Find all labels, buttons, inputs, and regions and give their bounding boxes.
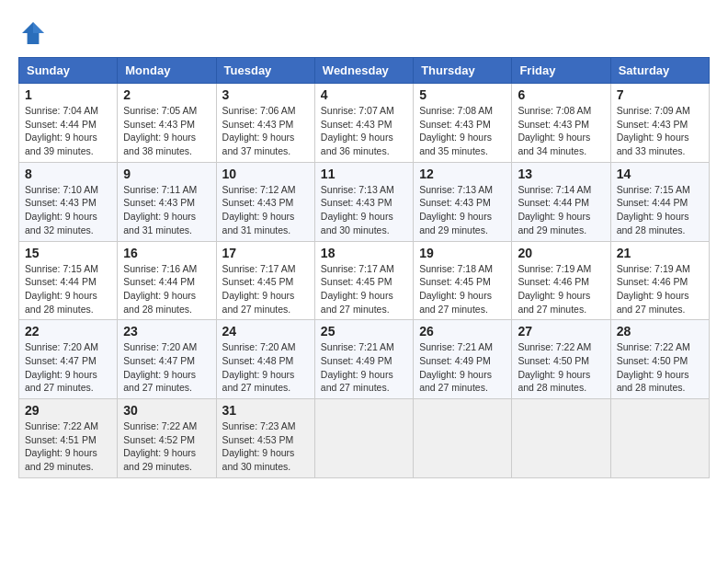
calendar-day-cell (414, 399, 512, 478)
day-number: 2 (123, 87, 210, 102)
day-number: 30 (123, 403, 210, 418)
day-info: Sunrise: 7:19 AM Sunset: 4:46 PM Dayligh… (617, 262, 703, 316)
calendar-day-cell: 20Sunrise: 7:19 AM Sunset: 4:46 PM Dayli… (512, 241, 610, 320)
day-info: Sunrise: 7:04 AM Sunset: 4:44 PM Dayligh… (25, 104, 111, 158)
day-info: Sunrise: 7:14 AM Sunset: 4:44 PM Dayligh… (518, 183, 604, 237)
day-info: Sunrise: 7:22 AM Sunset: 4:52 PM Dayligh… (123, 419, 210, 474)
calendar-day-cell: 25Sunrise: 7:21 AM Sunset: 4:49 PM Dayli… (314, 320, 413, 399)
day-info: Sunrise: 7:21 AM Sunset: 4:49 PM Dayligh… (321, 340, 407, 395)
day-of-week-header: Monday (118, 58, 216, 84)
calendar-day-cell: 5Sunrise: 7:08 AM Sunset: 4:43 PM Daylig… (414, 84, 512, 163)
day-number: 25 (321, 324, 407, 339)
day-info: Sunrise: 7:15 AM Sunset: 4:44 PM Dayligh… (25, 262, 111, 316)
calendar-day-cell: 6Sunrise: 7:08 AM Sunset: 4:43 PM Daylig… (512, 84, 610, 163)
day-info: Sunrise: 7:16 AM Sunset: 4:44 PM Dayligh… (123, 262, 210, 316)
day-number: 20 (518, 246, 604, 260)
day-number: 15 (25, 246, 111, 260)
calendar-day-cell: 17Sunrise: 7:17 AM Sunset: 4:45 PM Dayli… (216, 241, 314, 320)
day-of-week-header: Thursday (414, 58, 512, 84)
page-header (18, 18, 710, 48)
day-number: 11 (321, 167, 407, 181)
calendar-day-cell: 29Sunrise: 7:22 AM Sunset: 4:51 PM Dayli… (19, 399, 118, 478)
day-number: 9 (123, 167, 210, 181)
day-info: Sunrise: 7:22 AM Sunset: 4:51 PM Dayligh… (25, 419, 111, 474)
calendar-day-cell (512, 399, 610, 478)
day-info: Sunrise: 7:06 AM Sunset: 4:43 PM Dayligh… (222, 104, 309, 158)
calendar-day-cell: 7Sunrise: 7:09 AM Sunset: 4:43 PM Daylig… (610, 84, 709, 163)
calendar-day-cell: 8Sunrise: 7:10 AM Sunset: 4:43 PM Daylig… (19, 162, 118, 241)
day-number: 27 (518, 324, 604, 339)
day-number: 21 (617, 246, 703, 260)
calendar-week-row: 22Sunrise: 7:20 AM Sunset: 4:47 PM Dayli… (19, 320, 710, 399)
day-info: Sunrise: 7:13 AM Sunset: 4:43 PM Dayligh… (419, 183, 506, 237)
day-number: 3 (222, 87, 309, 102)
day-info: Sunrise: 7:17 AM Sunset: 4:45 PM Dayligh… (321, 262, 407, 316)
calendar-day-cell: 18Sunrise: 7:17 AM Sunset: 4:45 PM Dayli… (314, 241, 413, 320)
calendar-day-cell: 9Sunrise: 7:11 AM Sunset: 4:43 PM Daylig… (118, 162, 216, 241)
day-of-week-header: Sunday (19, 58, 118, 84)
day-number: 12 (419, 167, 506, 181)
day-info: Sunrise: 7:19 AM Sunset: 4:46 PM Dayligh… (518, 262, 604, 316)
day-info: Sunrise: 7:08 AM Sunset: 4:43 PM Dayligh… (419, 104, 506, 158)
day-number: 31 (222, 403, 309, 418)
day-number: 5 (419, 87, 506, 102)
day-info: Sunrise: 7:10 AM Sunset: 4:43 PM Dayligh… (25, 183, 111, 237)
day-info: Sunrise: 7:18 AM Sunset: 4:45 PM Dayligh… (419, 262, 506, 316)
calendar-week-row: 29Sunrise: 7:22 AM Sunset: 4:51 PM Dayli… (19, 399, 710, 478)
day-number: 16 (123, 246, 210, 260)
calendar-day-cell: 19Sunrise: 7:18 AM Sunset: 4:45 PM Dayli… (414, 241, 512, 320)
day-of-week-header: Saturday (610, 58, 709, 84)
day-number: 24 (222, 324, 309, 339)
calendar-day-cell (610, 399, 709, 478)
day-number: 7 (617, 87, 703, 102)
day-number: 18 (321, 246, 407, 260)
day-number: 6 (518, 87, 604, 102)
day-info: Sunrise: 7:20 AM Sunset: 4:47 PM Dayligh… (25, 340, 111, 395)
day-number: 14 (617, 167, 703, 181)
day-number: 26 (419, 324, 506, 339)
day-info: Sunrise: 7:11 AM Sunset: 4:43 PM Dayligh… (123, 183, 210, 237)
day-number: 23 (123, 324, 210, 339)
day-info: Sunrise: 7:08 AM Sunset: 4:43 PM Dayligh… (518, 104, 604, 158)
day-of-week-header: Tuesday (216, 58, 314, 84)
calendar-week-row: 1Sunrise: 7:04 AM Sunset: 4:44 PM Daylig… (19, 84, 710, 163)
day-info: Sunrise: 7:17 AM Sunset: 4:45 PM Dayligh… (222, 262, 309, 316)
calendar-day-cell: 12Sunrise: 7:13 AM Sunset: 4:43 PM Dayli… (414, 162, 512, 241)
day-number: 10 (222, 167, 309, 181)
calendar-day-cell: 3Sunrise: 7:06 AM Sunset: 4:43 PM Daylig… (216, 84, 314, 163)
calendar-day-cell: 28Sunrise: 7:22 AM Sunset: 4:50 PM Dayli… (610, 320, 709, 399)
day-number: 13 (518, 167, 604, 181)
calendar-day-cell: 27Sunrise: 7:22 AM Sunset: 4:50 PM Dayli… (512, 320, 610, 399)
calendar-day-cell: 22Sunrise: 7:20 AM Sunset: 4:47 PM Dayli… (19, 320, 118, 399)
day-number: 4 (321, 87, 407, 102)
calendar-day-cell: 2Sunrise: 7:05 AM Sunset: 4:43 PM Daylig… (118, 84, 216, 163)
calendar-day-cell: 24Sunrise: 7:20 AM Sunset: 4:48 PM Dayli… (216, 320, 314, 399)
day-info: Sunrise: 7:13 AM Sunset: 4:43 PM Dayligh… (321, 183, 407, 237)
svg-marker-1 (33, 22, 44, 33)
calendar-day-cell: 13Sunrise: 7:14 AM Sunset: 4:44 PM Dayli… (512, 162, 610, 241)
calendar-day-cell: 23Sunrise: 7:20 AM Sunset: 4:47 PM Dayli… (118, 320, 216, 399)
calendar-table: SundayMondayTuesdayWednesdayThursdayFrid… (18, 57, 710, 478)
day-number: 8 (25, 167, 111, 181)
calendar-day-cell: 21Sunrise: 7:19 AM Sunset: 4:46 PM Dayli… (610, 241, 709, 320)
day-info: Sunrise: 7:23 AM Sunset: 4:53 PM Dayligh… (222, 419, 309, 474)
calendar-day-cell: 10Sunrise: 7:12 AM Sunset: 4:43 PM Dayli… (216, 162, 314, 241)
calendar-day-cell: 1Sunrise: 7:04 AM Sunset: 4:44 PM Daylig… (19, 84, 118, 163)
day-info: Sunrise: 7:22 AM Sunset: 4:50 PM Dayligh… (518, 340, 604, 395)
calendar-day-cell: 26Sunrise: 7:21 AM Sunset: 4:49 PM Dayli… (414, 320, 512, 399)
logo-icon (18, 18, 48, 48)
day-of-week-header: Friday (512, 58, 610, 84)
day-info: Sunrise: 7:15 AM Sunset: 4:44 PM Dayligh… (617, 183, 703, 237)
calendar-day-cell (314, 399, 413, 478)
day-info: Sunrise: 7:09 AM Sunset: 4:43 PM Dayligh… (617, 104, 703, 158)
day-info: Sunrise: 7:20 AM Sunset: 4:48 PM Dayligh… (222, 340, 309, 395)
calendar-day-cell: 31Sunrise: 7:23 AM Sunset: 4:53 PM Dayli… (216, 399, 314, 478)
day-number: 22 (25, 324, 111, 339)
calendar-week-row: 15Sunrise: 7:15 AM Sunset: 4:44 PM Dayli… (19, 241, 710, 320)
calendar-day-cell: 16Sunrise: 7:16 AM Sunset: 4:44 PM Dayli… (118, 241, 216, 320)
day-info: Sunrise: 7:12 AM Sunset: 4:43 PM Dayligh… (222, 183, 309, 237)
day-of-week-header: Wednesday (314, 58, 413, 84)
day-info: Sunrise: 7:21 AM Sunset: 4:49 PM Dayligh… (419, 340, 506, 395)
day-info: Sunrise: 7:07 AM Sunset: 4:43 PM Dayligh… (321, 104, 407, 158)
day-number: 1 (25, 87, 111, 102)
